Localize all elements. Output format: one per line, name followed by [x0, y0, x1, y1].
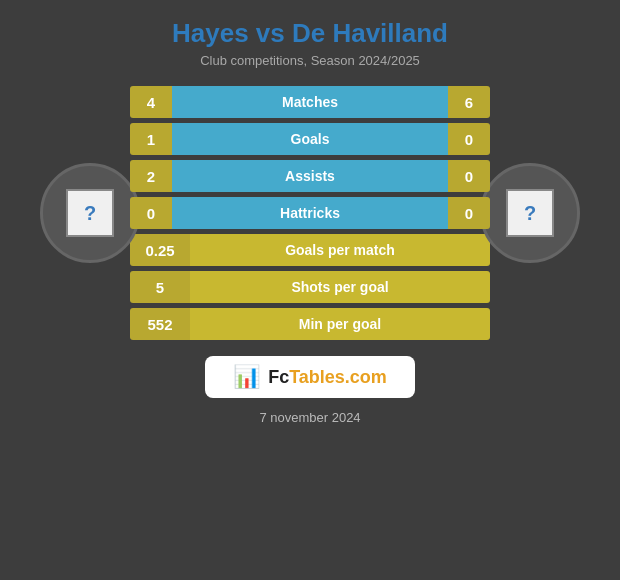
stat-label: Hattricks: [172, 197, 448, 229]
stat-row-single: 0.25 Goals per match: [130, 234, 490, 266]
stat-single-label: Goals per match: [190, 234, 490, 266]
content-area: ? 4 Matches 6 1 Goals 0 2 Assists 0 0 Ha…: [10, 86, 610, 340]
watermark: 📊 FcTables.com: [205, 356, 415, 398]
stat-right-value: 6: [448, 86, 490, 118]
avatar-left: ?: [40, 163, 140, 263]
stat-single-label: Shots per goal: [190, 271, 490, 303]
stat-row-single: 552 Min per goal: [130, 308, 490, 340]
stat-single-label: Min per goal: [190, 308, 490, 340]
stat-row: 0 Hattricks 0: [130, 197, 490, 229]
stat-left-value: 1: [130, 123, 172, 155]
stat-row: 1 Goals 0: [130, 123, 490, 155]
page-subtitle: Club competitions, Season 2024/2025: [200, 53, 420, 68]
stat-single-value: 0.25: [130, 234, 190, 266]
stat-row-single: 5 Shots per goal: [130, 271, 490, 303]
stat-label: Matches: [172, 86, 448, 118]
stat-label: Assists: [172, 160, 448, 192]
stat-right-value: 0: [448, 160, 490, 192]
stat-row: 2 Assists 0: [130, 160, 490, 192]
page-title: Hayes vs De Havilland: [172, 18, 448, 49]
stat-right-value: 0: [448, 197, 490, 229]
stat-left-value: 2: [130, 160, 172, 192]
date-label: 7 november 2024: [259, 410, 360, 425]
stat-single-value: 552: [130, 308, 190, 340]
avatar-left-placeholder: ?: [66, 189, 114, 237]
avatar-right-placeholder: ?: [506, 189, 554, 237]
stat-left-value: 0: [130, 197, 172, 229]
watermark-text: FcTables.com: [268, 367, 387, 388]
watermark-icon: 📊: [233, 364, 260, 390]
watermark-accent: Tables.com: [289, 367, 387, 387]
main-container: Hayes vs De Havilland Club competitions,…: [0, 0, 620, 580]
stats-block: 4 Matches 6 1 Goals 0 2 Assists 0 0 Hatt…: [130, 86, 490, 340]
stat-left-value: 4: [130, 86, 172, 118]
stat-row: 4 Matches 6: [130, 86, 490, 118]
stat-right-value: 0: [448, 123, 490, 155]
stat-single-value: 5: [130, 271, 190, 303]
avatar-right: ?: [480, 163, 580, 263]
stat-label: Goals: [172, 123, 448, 155]
